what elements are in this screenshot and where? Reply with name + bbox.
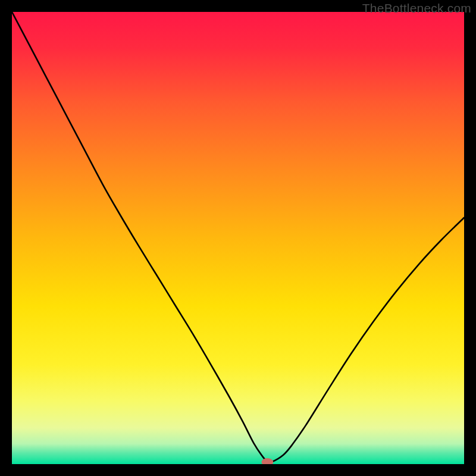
watermark-text: TheBottleneck.com <box>362 1 471 15</box>
gradient-background <box>12 12 464 464</box>
chart-frame: TheBottleneck.com <box>0 0 476 476</box>
chart-svg <box>12 12 464 464</box>
chart-plot-area <box>12 12 464 464</box>
